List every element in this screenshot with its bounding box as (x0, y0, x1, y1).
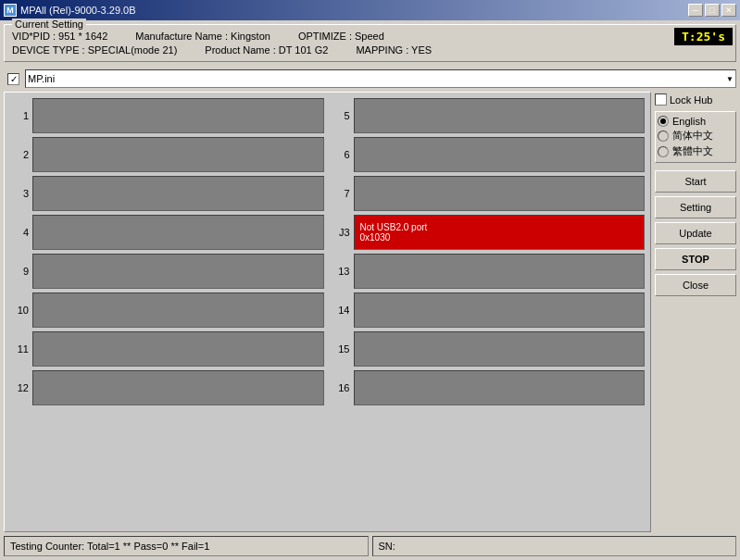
slot-label-1: 1 (10, 110, 29, 121)
vid-pid-label: VID*PID : 951 * 1642 (12, 31, 107, 42)
title-bar: M MPAll (Rel)-9000-3.29.0B ─ □ ✕ (0, 0, 740, 20)
current-setting-panel: Current Setting VID*PID : 951 * 1642 Man… (4, 24, 736, 62)
current-setting-legend: Current Setting (12, 19, 86, 30)
slot-label-10: 10 (10, 305, 29, 316)
slot-box-11 (32, 331, 324, 367)
slot-label-11: 11 (10, 343, 29, 355)
maximize-button[interactable]: □ (705, 4, 720, 17)
product-name-label: Product Name : DT 101 G2 (205, 44, 328, 56)
slot-box-7 (354, 176, 646, 211)
sn-cell: SN: (372, 536, 737, 556)
slot-box-4 (32, 215, 324, 250)
slot-box-9 (32, 254, 324, 289)
slot-box-15 (354, 331, 646, 367)
slot-j3-error-line1: Not USB2.0 port (360, 222, 639, 232)
manufacture-label: Manufacture Name : Kingston (135, 31, 270, 42)
slot-row-1: 1 (10, 98, 324, 133)
mpini-dropdown-arrow: ▼ (726, 75, 734, 83)
slot-label-15: 15 (332, 343, 350, 355)
sn-label: SN: (379, 541, 395, 552)
slot-box-5 (354, 98, 646, 133)
slot-label-4: 4 (10, 227, 29, 238)
slot-box-3 (32, 176, 324, 211)
timer-badge: T:25's (674, 28, 733, 45)
setting-button[interactable]: Setting (655, 196, 736, 218)
slot-row-7: 7 (332, 176, 646, 211)
setting-row-2: DEVICE TYPE : SPECIAL(mode 21) Product N… (12, 44, 728, 56)
radio-english[interactable]: English (658, 116, 734, 127)
lock-hub-label: Lock Hub (670, 94, 712, 106)
radio-traditional-label: 繁體中文 (672, 144, 713, 158)
radio-traditional[interactable]: 繁體中文 (658, 144, 734, 158)
optimize-label: OPTIMIZE : Speed (298, 31, 384, 42)
slots-panel: 1 5 2 6 3 7 (4, 92, 651, 532)
slot-box-6 (354, 137, 646, 172)
slot-label-9: 9 (10, 266, 29, 277)
device-type-label: DEVICE TYPE : SPECIAL(mode 21) (12, 44, 177, 56)
minimize-button[interactable]: ─ (688, 4, 703, 17)
title-bar-left: M MPAll (Rel)-9000-3.29.0B (4, 4, 136, 17)
slot-box-16 (354, 370, 646, 405)
window-controls: ─ □ ✕ (688, 4, 736, 17)
main-area: Current Setting VID*PID : 951 * 1642 Man… (0, 20, 740, 560)
slot-row-2: 2 (10, 137, 324, 172)
slot-row-14: 14 (332, 292, 646, 328)
slot-row-11: 11 (10, 331, 324, 367)
slot-label-16: 16 (332, 382, 350, 393)
slot-row-4: 4 (10, 215, 324, 250)
mpini-dropdown[interactable]: MP.ini ▼ (25, 69, 736, 88)
slot-row-10: 10 (10, 292, 324, 328)
close-button[interactable]: ✕ (721, 4, 736, 17)
radio-simplified[interactable]: 简体中文 (658, 129, 734, 143)
slot-box-13 (354, 254, 646, 289)
start-button[interactable]: Start (655, 170, 736, 193)
right-panel: Lock Hub English 简体中文 繁體中文 Star (655, 92, 736, 532)
slot-row-15: 15 (332, 331, 646, 367)
radio-traditional-circle[interactable] (658, 146, 669, 157)
language-radio-group: English 简体中文 繁體中文 (655, 111, 736, 163)
app-icon: M (4, 4, 17, 17)
slot-row-3: 3 (10, 176, 324, 211)
stop-button[interactable]: STOP (655, 248, 736, 270)
slot-box-1 (32, 98, 324, 133)
status-bar: Testing Counter: Total=1 ** Pass=0 ** Fa… (4, 536, 736, 556)
mpini-value: MP.ini (28, 73, 55, 84)
slot-box-2 (32, 137, 324, 172)
slot-label-13: 13 (332, 266, 350, 277)
slot-label-6: 6 (332, 149, 350, 160)
lock-hub-row: Lock Hub (655, 92, 736, 107)
setting-row-1: VID*PID : 951 * 1642 Manufacture Name : … (12, 31, 728, 42)
slot-row-13: 13 (332, 254, 646, 289)
update-button[interactable]: Update (655, 222, 736, 244)
slot-row-j3: J3 Not USB2.0 port 0x1030 (332, 215, 646, 250)
close-button[interactable]: Close (655, 274, 736, 296)
radio-english-circle[interactable] (658, 116, 669, 127)
slot-box-12 (32, 370, 324, 405)
body-section: 1 5 2 6 3 7 (4, 92, 736, 532)
counter-text: Testing Counter: Total=1 ** Pass=0 ** Fa… (10, 541, 209, 552)
slot-row-9: 9 (10, 254, 324, 289)
radio-english-label: English (672, 116, 706, 127)
lock-hub-checkbox[interactable] (655, 93, 667, 106)
slot-row-6: 6 (332, 137, 646, 172)
action-buttons: Start Setting Update STOP Close (655, 170, 736, 296)
radio-simplified-circle[interactable] (658, 131, 669, 142)
mpini-checkbox[interactable] (7, 73, 19, 85)
slot-label-3: 3 (10, 188, 29, 199)
radio-simplified-label: 简体中文 (672, 129, 713, 143)
counter-cell: Testing Counter: Total=1 ** Pass=0 ** Fa… (4, 536, 369, 556)
slot-label-14: 14 (332, 305, 350, 316)
slot-label-7: 7 (332, 188, 350, 199)
slot-label-2: 2 (10, 149, 29, 160)
slot-box-14 (354, 292, 646, 328)
window-title: MPAll (Rel)-9000-3.29.0B (20, 5, 136, 16)
slot-box-j3: Not USB2.0 port 0x1030 (354, 215, 646, 250)
mapping-label: MAPPING : YES (356, 44, 432, 56)
slot-j3-error-line2: 0x1030 (360, 232, 639, 243)
slot-row-12: 12 (10, 370, 324, 405)
slot-row-5: 5 (332, 98, 646, 133)
slot-box-10 (32, 292, 324, 328)
slot-label-12: 12 (10, 382, 29, 393)
slot-row-16: 16 (332, 370, 646, 405)
slot-label-j3: J3 (332, 227, 350, 238)
